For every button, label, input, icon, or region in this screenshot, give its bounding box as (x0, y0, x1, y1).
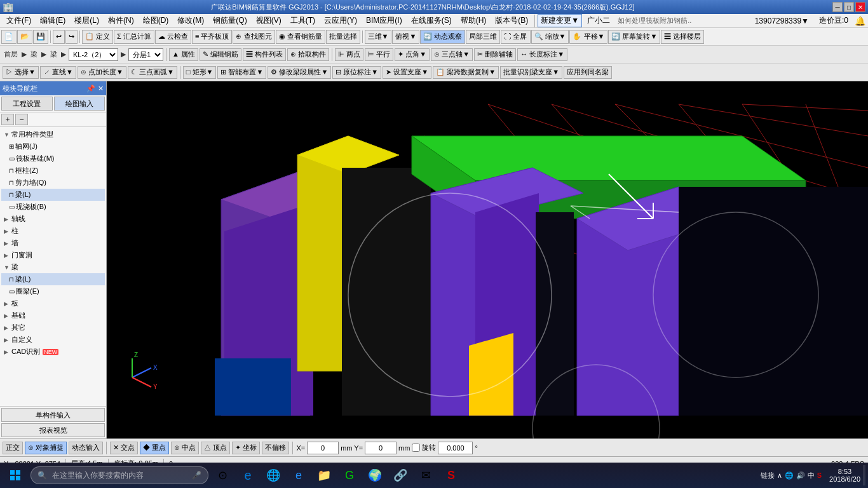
tb-cloud-check[interactable]: ☁ 云检查 (155, 30, 191, 44)
menu-floor[interactable]: 楼层(L) (71, 14, 103, 27)
snap-y-input[interactable] (365, 442, 397, 454)
taskbar-search[interactable]: 🔍 在这里输入你要搜索的内容 🎤 (31, 466, 208, 484)
ctx-length-dim[interactable]: ↔ 长度标注▼ (517, 48, 567, 61)
tray-expand[interactable]: ∧ (777, 471, 782, 480)
ctx-angle[interactable]: ✦ 点角▼ (395, 48, 430, 61)
menu-phone[interactable]: 13907298339▼ (751, 15, 813, 27)
tb-select-floor[interactable]: ☰ 选择楼层 (661, 30, 704, 44)
taskbar-browser2[interactable]: 🌍 (363, 465, 386, 485)
menu-steel[interactable]: 钢筋量(Q) (209, 14, 250, 27)
snap-dynamic-input[interactable]: 动态输入 (69, 442, 103, 454)
taskbar-chrome[interactable]: 🌐 (262, 465, 285, 485)
tb-zoom[interactable]: 🔍 缩放▼ (531, 30, 569, 44)
draw-smart[interactable]: ⊞ 智能布置▼ (217, 66, 266, 79)
tree-opening-group[interactable]: ▶ 门窗洞 (1, 249, 105, 261)
ctx-parallel[interactable]: ⊨ 平行 (365, 48, 393, 61)
tb-find[interactable]: ⊕ 查找图元 (233, 30, 275, 44)
sidebar-collapse-btn[interactable]: − (15, 114, 28, 125)
snap-ortho[interactable]: 正交 (3, 442, 23, 454)
draw-batch-id[interactable]: 批量识别梁支座▼ (500, 66, 562, 79)
menu-member[interactable]: 构件(N) (104, 14, 138, 27)
taskbar-mail[interactable]: ✉ (414, 465, 437, 485)
menu-online[interactable]: 在线服务(S) (407, 14, 456, 27)
tb-calculate[interactable]: Σ 汇总计算 (114, 30, 154, 44)
tree-axis-group[interactable]: ▶ 轴线 (1, 213, 105, 225)
snap-x-input[interactable] (307, 442, 339, 454)
tb-local-3d[interactable]: 局部三维 (466, 30, 500, 44)
ctx-edit-steel[interactable]: ✎ 编辑钢筋 (200, 48, 241, 61)
tb-flatten[interactable]: ≡ 平齐板顶 (192, 30, 232, 44)
menu-tools[interactable]: 工具(T) (287, 14, 319, 27)
sidebar-drawing-input[interactable]: 绘图输入 (54, 97, 105, 111)
draw-inplace[interactable]: ⊟ 原位标注▼ (332, 66, 381, 79)
snap-midweight[interactable]: ◆ 重点 (140, 442, 169, 454)
tree-axis[interactable]: ⊞ 轴网(J) (1, 140, 105, 152)
ctx-member-list[interactable]: ☰ 构件列表 (243, 48, 286, 61)
tb-rotate[interactable]: 🔄 屏幕旋转▼ (608, 30, 660, 44)
tb-pan[interactable]: ✋ 平移▼ (569, 30, 607, 44)
maximize-button[interactable]: □ (844, 2, 854, 12)
tree-slab-group[interactable]: ▶ 板 (1, 297, 105, 309)
snap-midpoint[interactable]: ⊙ 中点 (171, 442, 199, 454)
member-id-combo[interactable]: KL-2（2） (69, 48, 118, 61)
snap-object-capture[interactable]: ⊙ 对象捕捉 (25, 442, 67, 454)
menu-bim[interactable]: BIM应用(I) (362, 14, 406, 27)
snap-rotate-input[interactable] (438, 442, 473, 454)
taskbar-edge[interactable]: e (236, 465, 259, 485)
taskbar-sogou[interactable]: S (440, 465, 463, 485)
menu-guangxiao[interactable]: 广小二 (583, 14, 614, 27)
sidebar-project-settings[interactable]: 工程设置 (1, 97, 53, 111)
tb-new[interactable]: 📄 (1, 30, 17, 44)
tree-column[interactable]: ⊓ 框柱(Z) (1, 165, 105, 177)
ctx-two-point[interactable]: ⊩ 两点 (335, 48, 363, 61)
draw-line[interactable]: ⟋ 直线▼ (40, 66, 76, 79)
close-button[interactable]: ✕ (855, 2, 865, 12)
snap-rotate-check[interactable] (412, 444, 420, 452)
tb-batch-select[interactable]: 批量选择 (326, 30, 360, 44)
ctx-del-aux[interactable]: ✂ 删除辅轴 (474, 48, 516, 61)
snap-no-offset[interactable]: 不偏移 (262, 442, 289, 454)
tree-ring-beam[interactable]: ▭ 圈梁(E) (1, 285, 105, 297)
tb-top-view[interactable]: 俯视▼ (392, 30, 419, 44)
sidebar-close-icon[interactable]: ✕ (98, 85, 104, 93)
menu-draw[interactable]: 绘图(D) (139, 14, 173, 27)
tb-view-steel[interactable]: ◉ 查看钢筋量 (276, 30, 325, 44)
draw-point-len[interactable]: ⊙ 点加长度▼ (78, 66, 126, 79)
taskbar-file[interactable]: 📁 (313, 465, 336, 485)
minimize-button[interactable]: ─ (832, 2, 843, 12)
tb-undo[interactable]: ↩ (53, 30, 65, 44)
tree-beam-group[interactable]: ▼ 梁 (1, 261, 105, 273)
snap-vertex[interactable]: △ 顶点 (201, 442, 230, 454)
3d-viewport[interactable]: X Y Z (107, 81, 868, 438)
ctx-three-axis[interactable]: ⊙ 三点轴▼ (431, 48, 473, 61)
tree-beam-l[interactable]: ⊓ 梁(L) (1, 273, 105, 285)
tree-common-types[interactable]: ▼ 常用构件类型 (1, 128, 105, 140)
menu-cloud[interactable]: 云应用(Y) (320, 14, 361, 27)
tree-other-group[interactable]: ▶ 其它 (1, 322, 105, 334)
tb-redo[interactable]: ↪ (65, 30, 78, 44)
layer-combo[interactable]: 分层1 (128, 48, 163, 61)
start-button[interactable] (3, 465, 28, 485)
tree-raft[interactable]: ▭ 筏板基础(M) (1, 152, 105, 165)
tb-save[interactable]: 💾 (33, 30, 48, 44)
show-desktop-btn[interactable] (863, 465, 865, 485)
taskbar-ie[interactable]: e (287, 465, 310, 485)
snap-intersection[interactable]: ✕ 交点 (110, 442, 138, 454)
tb-open[interactable]: 📂 (17, 30, 32, 44)
tree-shear-wall[interactable]: ⊓ 剪力墙(Q) (1, 177, 105, 189)
menu-modify[interactable]: 修改(M) (173, 14, 208, 27)
menu-file[interactable]: 文件(F) (3, 14, 35, 27)
menu-version[interactable]: 版本号(B) (491, 14, 532, 27)
draw-copy-span[interactable]: 📋 梁跨数据复制▼ (433, 66, 499, 79)
menu-cost[interactable]: 造价豆:0 (815, 14, 852, 27)
menu-new-change[interactable]: 新建变更▼ (538, 14, 582, 27)
taskbar-cortana[interactable]: ⊙ (211, 465, 234, 485)
taskbar-network[interactable]: 🔗 (389, 465, 412, 485)
tb-3d[interactable]: 三维▼ (365, 30, 392, 44)
sidebar-report[interactable]: 报表视览 (1, 423, 105, 437)
tree-custom-group[interactable]: ▶ 自定义 (1, 334, 105, 346)
tree-foundation-group[interactable]: ▶ 基础 (1, 309, 105, 322)
tb-dynamic-view[interactable]: 🔄 动态观察 (420, 30, 465, 44)
tree-slab[interactable]: ▭ 现浇板(B) (1, 201, 105, 213)
draw-set-support[interactable]: ➤ 设置支座▼ (383, 66, 431, 79)
